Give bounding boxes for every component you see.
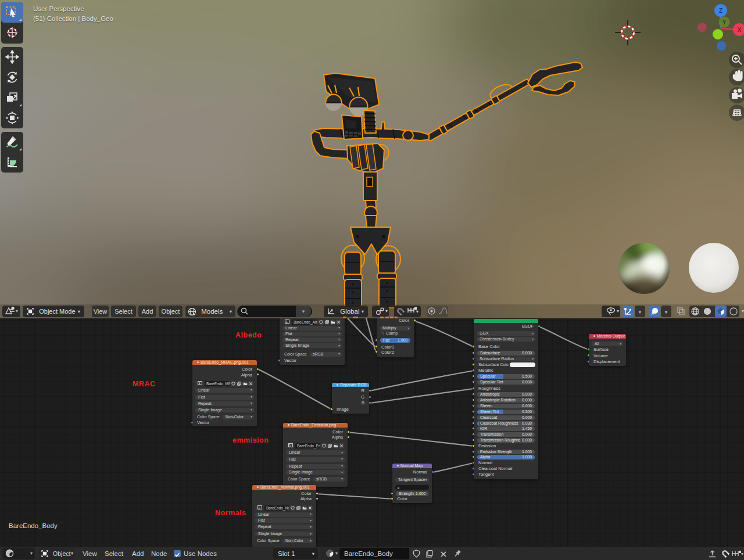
svg-text:Y: Y <box>722 19 727 26</box>
svg-text:X: X <box>738 27 742 33</box>
svg-text:Z: Z <box>719 8 722 14</box>
